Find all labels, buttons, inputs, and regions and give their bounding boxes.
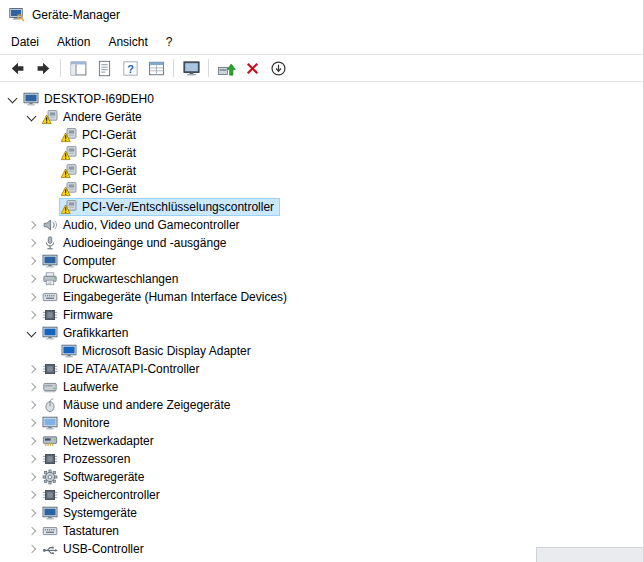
print-queue-icon: [42, 271, 58, 287]
devices-view-button[interactable]: [178, 56, 204, 80]
export-list-button[interactable]: [143, 56, 169, 80]
tree-item-body[interactable]: Softwaregeräte: [40, 468, 150, 486]
tree-item[interactable]: Microsoft Basic Display Adapter: [4, 342, 643, 360]
tree-item[interactable]: Monitore: [4, 414, 643, 432]
tree-item[interactable]: Mäuse und andere Zeigegeräte: [4, 396, 643, 414]
tree-item[interactable]: PCI-Ver-/Entschlüsselungscontroller: [4, 198, 643, 216]
chevron-collapsed-icon[interactable]: [23, 415, 40, 431]
help-button[interactable]: ?: [117, 56, 143, 80]
tree-item[interactable]: Audio, Video und Gamecontroller: [4, 216, 643, 234]
tree-item[interactable]: PCI-Gerät: [4, 144, 643, 162]
tree-item-body[interactable]: Laufwerke: [40, 378, 124, 396]
chevron-collapsed-icon[interactable]: [23, 379, 40, 395]
tree-item[interactable]: Laufwerke: [4, 378, 643, 396]
tree-item[interactable]: PCI-Gerät: [4, 126, 643, 144]
tree-item-body[interactable]: Druckwarteschlangen: [40, 270, 184, 288]
tree-item[interactable]: Systemgeräte: [4, 504, 643, 522]
uninstall-device-button[interactable]: [239, 56, 265, 80]
tree-item-label: IDE ATA/ATAPI-Controller: [63, 362, 201, 376]
tree-item-body[interactable]: Netzwerkadapter: [40, 432, 160, 450]
tree-item-body[interactable]: Prozessoren: [40, 450, 136, 468]
tree-item-body[interactable]: USB-Controller: [40, 540, 150, 558]
tree-item-body[interactable]: Systemgeräte: [40, 504, 143, 522]
chevron-expanded-icon[interactable]: [23, 325, 40, 341]
tree-item[interactable]: Grafikkarten: [4, 324, 643, 342]
tree-item-body[interactable]: IDE ATA/ATAPI-Controller: [40, 360, 205, 378]
show-console-tree-button[interactable]: [65, 56, 91, 80]
tree-item[interactable]: Audioeingänge und -ausgänge: [4, 234, 643, 252]
tree-item-body[interactable]: Eingabegeräte (Human Interface Devices): [40, 288, 293, 306]
tree-item[interactable]: Andere Geräte: [4, 108, 643, 126]
chevron-collapsed-icon[interactable]: [23, 505, 40, 521]
chevron-collapsed-icon[interactable]: [23, 217, 40, 233]
tree-item-body[interactable]: PCI-Gerät: [59, 144, 142, 162]
display-adapters-icon: [42, 325, 58, 341]
tree-item[interactable]: IDE ATA/ATAPI-Controller: [4, 360, 643, 378]
chevron-collapsed-icon[interactable]: [23, 451, 40, 467]
chevron-collapsed-icon[interactable]: [23, 523, 40, 539]
tree-item-label: Systemgeräte: [63, 506, 139, 520]
tree-item-body[interactable]: Tastaturen: [40, 522, 125, 540]
chevron-collapsed-icon[interactable]: [23, 307, 40, 323]
mouse-icon: [42, 397, 58, 413]
tree-item-body[interactable]: Audioeingänge und -ausgänge: [40, 234, 232, 252]
chevron-collapsed-icon[interactable]: [23, 469, 40, 485]
console-tree-icon: [69, 59, 88, 78]
properties-button[interactable]: [91, 56, 117, 80]
indent-spacer: [4, 171, 42, 172]
menu-item-ansicht[interactable]: Ansicht: [99, 30, 156, 54]
display-adapter-device-icon: [61, 343, 77, 359]
tree-item[interactable]: Prozessoren: [4, 450, 643, 468]
audio-controllers-icon: [42, 217, 58, 233]
tree-item-label: PCI-Gerät: [82, 128, 138, 142]
tree-item[interactable]: Druckwarteschlangen: [4, 270, 643, 288]
tree-item-body[interactable]: Andere Geräte: [40, 108, 148, 126]
chevron-expanded-icon[interactable]: [23, 109, 40, 125]
tree-item[interactable]: DESKTOP-I69DEH0: [4, 90, 643, 108]
tree-item-selected[interactable]: PCI-Ver-/Entschlüsselungscontroller: [59, 198, 280, 216]
tree-item-body[interactable]: Microsoft Basic Display Adapter: [59, 342, 257, 360]
tree-item-body[interactable]: Audio, Video und Gamecontroller: [40, 216, 246, 234]
chevron-collapsed-icon[interactable]: [23, 271, 40, 287]
forward-button[interactable]: [30, 56, 56, 80]
menu-item-help[interactable]: ?: [157, 30, 182, 54]
tree-item-body[interactable]: Computer: [40, 252, 122, 270]
chevron-collapsed-icon[interactable]: [23, 289, 40, 305]
chevron-expanded-icon[interactable]: [4, 91, 21, 107]
tree-item[interactable]: Speichercontroller: [4, 486, 643, 504]
warning-device-icon: [61, 127, 77, 143]
tree-item[interactable]: PCI-Gerät: [4, 180, 643, 198]
tree-item-body[interactable]: Firmware: [40, 306, 119, 324]
tree-item[interactable]: Tastaturen: [4, 522, 643, 540]
chevron-collapsed-icon[interactable]: [23, 235, 40, 251]
device-tree[interactable]: DESKTOP-I69DEH0Andere GerätePCI-GerätPCI…: [0, 82, 643, 562]
chevron-collapsed-icon[interactable]: [23, 253, 40, 269]
update-driver-button[interactable]: [213, 56, 239, 80]
scan-hardware-changes-button[interactable]: [265, 56, 291, 80]
chevron-collapsed-icon[interactable]: [23, 541, 40, 557]
tree-item[interactable]: Eingabegeräte (Human Interface Devices): [4, 288, 643, 306]
chevron-collapsed-icon[interactable]: [23, 397, 40, 413]
tree-item-label: Firmware: [63, 308, 115, 322]
tree-item-body[interactable]: PCI-Gerät: [59, 180, 142, 198]
tree-item-body[interactable]: Grafikkarten: [40, 324, 134, 342]
tree-item[interactable]: Softwaregeräte: [4, 468, 643, 486]
tree-item-body[interactable]: Speichercontroller: [40, 486, 166, 504]
tree-item-body[interactable]: Monitore: [40, 414, 116, 432]
chevron-collapsed-icon[interactable]: [23, 361, 40, 377]
tree-item-body[interactable]: PCI-Gerät: [59, 162, 142, 180]
tree-item-body[interactable]: Mäuse und andere Zeigegeräte: [40, 396, 236, 414]
chevron-collapsed-icon[interactable]: [23, 487, 40, 503]
menu-item-datei[interactable]: Datei: [2, 30, 48, 54]
chevron-collapsed-icon[interactable]: [23, 433, 40, 449]
tree-item-body[interactable]: PCI-Gerät: [59, 126, 142, 144]
tree-item[interactable]: Computer: [4, 252, 643, 270]
menu-item-aktion[interactable]: Aktion: [48, 30, 99, 54]
tree-item[interactable]: PCI-Gerät: [4, 162, 643, 180]
tree-item[interactable]: Firmware: [4, 306, 643, 324]
tree-item[interactable]: Netzwerkadapter: [4, 432, 643, 450]
tree-item-body[interactable]: DESKTOP-I69DEH0: [21, 90, 160, 108]
hid-devices-icon: [42, 289, 58, 305]
indent-spacer: [4, 549, 23, 550]
back-button[interactable]: [4, 56, 30, 80]
